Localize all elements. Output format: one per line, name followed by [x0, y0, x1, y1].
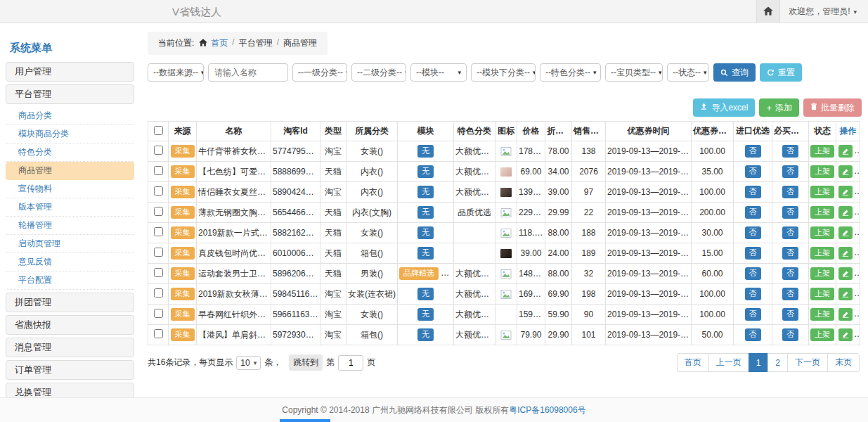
row-checkbox[interactable] [154, 227, 163, 236]
row-checkbox[interactable] [154, 146, 163, 155]
sidebar-group-3[interactable]: 拼团管理 [6, 293, 134, 312]
sidebar-item[interactable]: 宣传物料 [6, 180, 134, 198]
select-all-checkbox[interactable] [154, 126, 163, 135]
imported-toggle[interactable]: 否 [745, 308, 761, 320]
search-button[interactable]: 查询 [713, 63, 756, 82]
status-badge[interactable]: 上架 [810, 145, 834, 157]
row-checkbox[interactable] [154, 207, 163, 216]
must-buy-toggle[interactable]: 否 [782, 226, 798, 238]
must-buy-toggle[interactable]: 否 [782, 288, 798, 300]
must-buy-toggle[interactable]: 否 [782, 186, 798, 198]
breadcrumb-home-link[interactable]: 首页 [211, 37, 228, 49]
jump-button[interactable]: 跳转到 [289, 354, 323, 371]
imported-toggle[interactable]: 否 [745, 267, 761, 279]
sidebar-group-5[interactable]: 消息管理 [6, 338, 134, 357]
status-badge[interactable]: 上架 [810, 267, 834, 279]
status-badge[interactable]: 上架 [810, 226, 834, 238]
page-button-上一页[interactable]: 上一页 [708, 353, 749, 372]
status-badge[interactable]: 上架 [810, 186, 834, 198]
sidebar-item[interactable]: 模块商品分类 [6, 125, 134, 143]
page-button-1[interactable]: 1 [749, 353, 769, 372]
import-excel-button[interactable]: 导入excel [693, 98, 755, 117]
edit-button[interactable] [838, 288, 853, 300]
filter-select[interactable]: --宝贝类型--▾ [605, 63, 663, 82]
imported-toggle[interactable]: 否 [745, 186, 761, 198]
sidebar-item[interactable]: 特色分类 [6, 143, 134, 162]
page-button-2[interactable]: 2 [767, 353, 788, 372]
edit-button[interactable] [838, 206, 853, 219]
imported-toggle[interactable]: 否 [745, 165, 761, 177]
must-buy-toggle[interactable]: 否 [782, 267, 798, 279]
sidebar-group-4[interactable]: 省惠快报 [6, 315, 134, 335]
edit-button[interactable] [838, 247, 853, 260]
filter-select[interactable]: --数据来源--▾ [148, 63, 204, 82]
name-search-input[interactable] [208, 63, 288, 82]
imported-toggle[interactable]: 否 [745, 288, 761, 300]
status-badge[interactable]: 上架 [810, 165, 834, 177]
cell-module: 无 [398, 141, 454, 162]
edit-button[interactable] [838, 145, 853, 158]
sidebar-item[interactable]: 版本管理 [6, 198, 134, 217]
imported-toggle[interactable]: 否 [745, 206, 761, 218]
batch-delete-button[interactable]: 批量删除 [803, 98, 862, 117]
filter-select[interactable]: --模块下分类--▾ [471, 63, 536, 82]
top-header: V省钱达人 欢迎您，管理员! ▾ [0, 0, 868, 23]
imported-toggle[interactable]: 否 [745, 247, 761, 259]
icp-link[interactable]: 粤ICP备16098006号 [509, 404, 585, 416]
status-badge[interactable]: 上架 [810, 288, 834, 300]
imported-toggle[interactable]: 否 [745, 145, 761, 157]
row-checkbox[interactable] [154, 309, 163, 318]
user-menu[interactable]: 欢迎您，管理员! ▾ [780, 0, 868, 23]
per-page-select[interactable]: 10 ▾ [236, 356, 261, 370]
edit-button[interactable] [838, 267, 853, 280]
page-button-下一页[interactable]: 下一页 [787, 353, 828, 372]
edit-button[interactable] [838, 308, 853, 321]
must-buy-toggle[interactable]: 否 [782, 308, 798, 320]
imported-toggle[interactable]: 否 [745, 328, 761, 340]
row-checkbox[interactable] [154, 288, 163, 298]
row-checkbox[interactable] [154, 268, 163, 277]
home-button[interactable] [756, 0, 780, 23]
must-buy-toggle[interactable]: 否 [782, 145, 798, 157]
page-button-首页[interactable]: 首页 [677, 353, 709, 372]
must-buy-toggle[interactable]: 否 [782, 206, 798, 218]
row-checkbox[interactable] [154, 166, 163, 175]
sidebar-group-1[interactable]: 用户管理 [6, 62, 134, 82]
filter-select[interactable]: --模块--▾ [410, 63, 467, 82]
sidebar-item[interactable]: 轮播管理 [6, 217, 134, 235]
status-badge[interactable]: 上架 [810, 328, 834, 340]
filter-select[interactable]: --特色分类--▾ [540, 63, 601, 82]
reset-button[interactable]: 重置 [760, 63, 802, 82]
page-number-input[interactable] [338, 355, 363, 371]
row-checkbox[interactable] [154, 186, 163, 196]
add-button[interactable]: + 添加 [759, 98, 799, 117]
status-badge[interactable]: 上架 [810, 308, 834, 320]
row-checkbox[interactable] [154, 329, 163, 338]
status-badge[interactable]: 上架 [810, 206, 834, 218]
page-button-末页[interactable]: 末页 [827, 353, 860, 372]
row-checkbox[interactable] [154, 248, 163, 257]
must-buy-toggle[interactable]: 否 [782, 247, 798, 259]
sidebar-item[interactable]: 商品分类 [6, 107, 134, 125]
sidebar-item[interactable]: 意见反馈 [6, 253, 134, 271]
status-badge[interactable]: 上架 [810, 247, 834, 259]
cell-coupon-time: 2019-09-13—2019-09-15 [606, 264, 692, 284]
sidebar-group-2[interactable]: 平台管理 [6, 84, 134, 104]
edit-button[interactable] [838, 226, 853, 239]
must-buy-toggle[interactable]: 否 [782, 165, 798, 177]
sidebar-item[interactable]: 启动页管理 [6, 235, 134, 253]
sidebar-item[interactable]: 商品管理 [6, 162, 134, 180]
cell-coupon-time: 2019-09-13—2019-09-20 [606, 182, 692, 203]
must-buy-toggle[interactable]: 否 [782, 328, 798, 340]
edit-button[interactable] [838, 186, 853, 198]
sidebar-group-6[interactable]: 订单管理 [6, 360, 134, 380]
edit-button[interactable] [838, 328, 853, 341]
filter-select[interactable]: --状态--▾ [667, 63, 709, 82]
edit-button[interactable] [838, 165, 853, 178]
cell-icon [495, 141, 517, 162]
filter-select[interactable]: --一级分类--▾ [292, 63, 347, 82]
edit-icon [842, 188, 849, 196]
sidebar-item[interactable]: 平台配置 [6, 271, 134, 290]
filter-select[interactable]: --二级分类--▾ [351, 63, 406, 82]
imported-toggle[interactable]: 否 [745, 226, 761, 238]
